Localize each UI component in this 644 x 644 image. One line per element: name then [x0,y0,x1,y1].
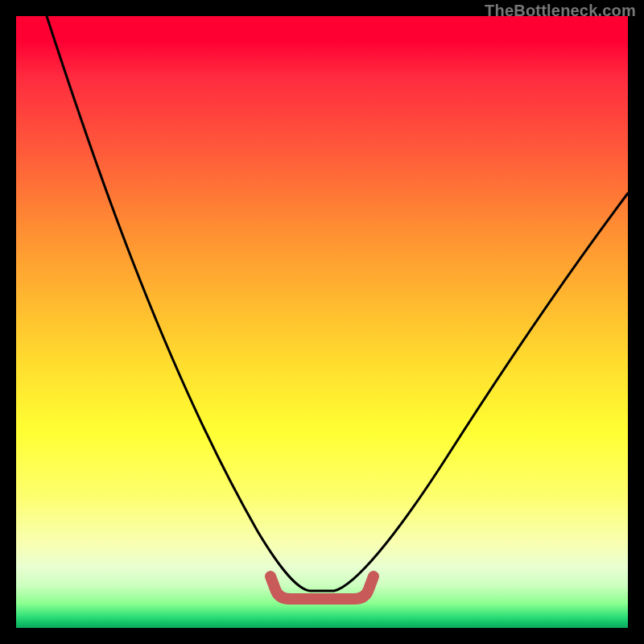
chart-frame: TheBottleneck.com [0,0,644,644]
curve-svg [16,16,628,628]
plot-area [16,16,628,628]
optimal-range-bracket [270,576,374,599]
bottleneck-curve-path [47,16,628,591]
